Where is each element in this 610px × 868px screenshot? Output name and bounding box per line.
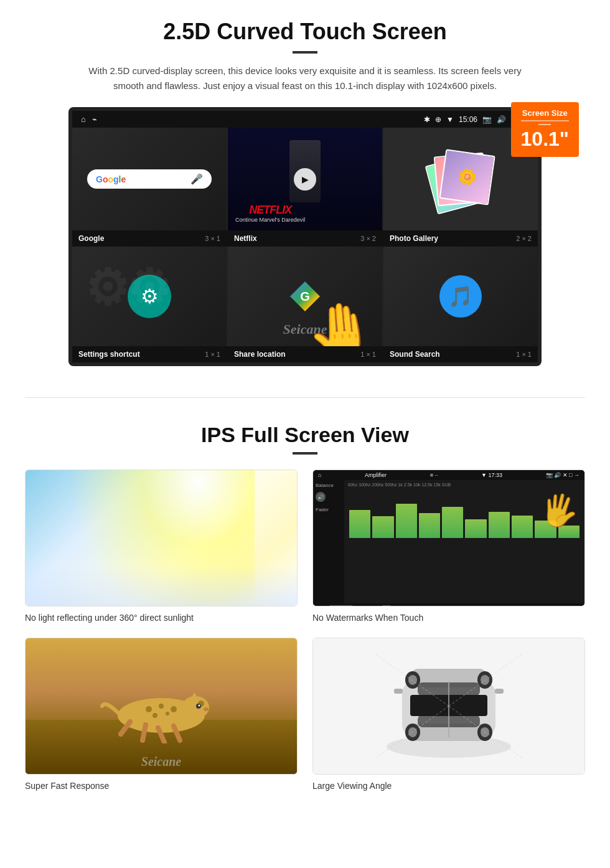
photo-card-3: 🌼: [439, 149, 495, 205]
amp-bar-1: [349, 510, 370, 538]
amp-menu-icon: ≡ ··: [430, 472, 438, 478]
bluetooth-icon: ✱: [424, 115, 430, 124]
sound-label: Sound Search 1 × 1: [383, 346, 538, 362]
amp-bar-3: [396, 504, 417, 538]
sunlight-image: [26, 470, 297, 606]
cheetah-caption: Super Fast Response: [25, 781, 298, 791]
amp-main-content: 60hz100hz200hz500hz1k2.5k10k12.5k15kSUB: [344, 480, 584, 603]
share-label: Share location 1 × 1: [228, 346, 382, 362]
cheetah-svg: [93, 669, 230, 743]
sunlight-ground: [26, 565, 297, 606]
sunlight-image-box: [25, 469, 298, 606]
amp-content: Balance 🔊 Fader 60hz100hz200hz500hz1k2.5…: [313, 480, 584, 603]
settings-label: Settings shortcut 1 × 1: [72, 346, 227, 362]
google-search-bar[interactable]: Google 🎤: [87, 169, 212, 189]
svg-point-4: [152, 713, 157, 718]
section1-description: With 2.5D curved-display screen, this de…: [87, 64, 523, 93]
google-dim: 3 × 1: [205, 235, 220, 242]
device-screen: ⌂ ⌁ ✱ ⊕ ▼ 15:06 📷 🔊 ✕ ▭: [68, 107, 542, 366]
photo-label-text: Photo Gallery: [390, 234, 438, 243]
amplifier-caption: No Watermarks When Touch: [312, 613, 585, 623]
device-mockup: ⌂ ⌁ ✱ ⊕ ▼ 15:06 📷 🔊 ✕ ▭: [68, 107, 542, 366]
wifi-icon: ▼: [446, 115, 454, 124]
svg-line-12: [143, 725, 146, 740]
amp-balance-label: Balance: [316, 483, 342, 488]
amp-bar-7: [489, 512, 510, 538]
mic-icon: 🎤: [190, 173, 203, 185]
netflix-subtitle: Continue Marvel's Daredevil: [235, 217, 305, 223]
settings-cell[interactable]: ⚙⚙ ⚙: [72, 247, 227, 346]
share-label-text: Share location: [234, 350, 286, 359]
svg-point-2: [159, 704, 164, 709]
svg-rect-24: [394, 689, 403, 694]
status-bar: ⌂ ⌁ ✱ ⊕ ▼ 15:06 📷 🔊 ✕ ▭: [72, 111, 538, 128]
section1-divider: [293, 51, 317, 54]
sound-icon-container: 🎵: [383, 247, 538, 346]
cell-labels-bottom: Settings shortcut 1 × 1 Share location 1…: [72, 346, 538, 362]
gallery-item-cheetah: Seicane Super Fast Response: [25, 638, 298, 791]
amp-status-bar: ⌂ Amplifier ≡ ·· ▼ 17:33 📷 🔊 ✕ □ →: [313, 470, 584, 480]
amp-bar-8: [512, 516, 533, 538]
music-icon: 🎵: [439, 275, 482, 318]
section-separator: [25, 397, 585, 398]
badge-divider: [538, 124, 551, 125]
google-app-cell[interactable]: Google 🎤: [72, 128, 227, 230]
photo-dim: 2 × 2: [516, 235, 532, 242]
amp-bar-2: [372, 516, 393, 538]
amp-home-icon: ⌂: [318, 472, 321, 478]
app-grid-top: Google 🎤 ▶ NETFLIX: [72, 128, 538, 230]
settings-dim: 1 × 1: [205, 351, 220, 358]
netflix-play-button[interactable]: ▶: [294, 168, 316, 191]
hand-touch-icon: 🤚: [304, 296, 379, 346]
amp-custom-btn[interactable]: Custom: [329, 605, 353, 606]
location-icon: ⊕: [435, 115, 441, 124]
amp-status-icons: 📷 🔊 ✕ □ →: [546, 472, 580, 478]
section-curved-screen: 2.5D Curved Touch Screen With 2.5D curve…: [0, 0, 610, 379]
cheetah-watermark: Seicane: [141, 755, 181, 769]
app-grid-bottom: ⚙⚙ ⚙ G 🤚: [72, 247, 538, 346]
gallery-item-sunlight: No light reflecting under 360° direct su…: [25, 469, 298, 623]
netflix-label: Netflix 3 × 2: [228, 230, 382, 247]
gallery-item-car: Large Viewing Angle: [312, 638, 585, 791]
car-image-box: [312, 638, 585, 775]
sunlight-caption: No light reflecting under 360° direct su…: [25, 613, 298, 623]
google-label: Google 3 × 1: [72, 230, 227, 247]
car-top-view-svg: [368, 650, 530, 762]
svg-marker-8: [191, 692, 199, 699]
netflix-app-cell[interactable]: ▶ NETFLIX Continue Marvel's Daredevil: [228, 128, 382, 230]
gallery-item-amplifier: ⌂ Amplifier ≡ ·· ▼ 17:33 📷 🔊 ✕ □ → Balan…: [312, 469, 585, 623]
cheetah-image-box: Seicane: [25, 638, 298, 775]
google-label-text: Google: [78, 234, 104, 243]
amp-fader-label: Fader: [316, 507, 342, 512]
car-image: [313, 638, 584, 774]
usb-icon: ⌁: [92, 115, 97, 124]
car-caption: Large Viewing Angle: [312, 781, 585, 791]
sound-label-text: Sound Search: [390, 350, 440, 359]
amp-toggle[interactable]: ○: [380, 605, 393, 606]
svg-point-31: [481, 675, 489, 685]
share-location-cell[interactable]: G 🤚: [228, 247, 382, 346]
amplifier-screen: ⌂ Amplifier ≡ ·· ▼ 17:33 📷 🔊 ✕ □ → Balan…: [313, 470, 584, 606]
svg-rect-25: [495, 689, 504, 694]
amp-bar-5: [442, 507, 463, 538]
amp-sidebar: Balance 🔊 Fader: [313, 480, 344, 603]
sound-search-cell[interactable]: 🎵: [383, 247, 538, 346]
settings-bg-text: ⚙⚙: [85, 259, 168, 317]
screen-size-badge: Screen Size 10.1": [511, 102, 579, 157]
amp-bottom-bar: ◀◀ Custom loudness ○: [313, 603, 584, 606]
badge-size: 10.1": [521, 128, 569, 151]
svg-point-1: [146, 706, 152, 712]
section-ips: IPS Full Screen View No light reflecting…: [0, 417, 610, 809]
svg-point-3: [171, 706, 177, 712]
section2-title: IPS Full Screen View: [25, 423, 585, 447]
cheetah-container: [26, 638, 297, 774]
amp-wifi-icon: ▼ 17:33: [481, 472, 502, 478]
svg-point-6: [182, 696, 209, 719]
camera-icon: 📷: [482, 115, 492, 124]
settings-label-text: Settings shortcut: [78, 350, 140, 359]
svg-point-10: [199, 705, 200, 707]
svg-point-30: [408, 675, 417, 685]
volume-icon: 🔊: [497, 115, 506, 124]
home-icon: ⌂: [81, 115, 86, 124]
maps-g-letter: G: [300, 290, 310, 304]
